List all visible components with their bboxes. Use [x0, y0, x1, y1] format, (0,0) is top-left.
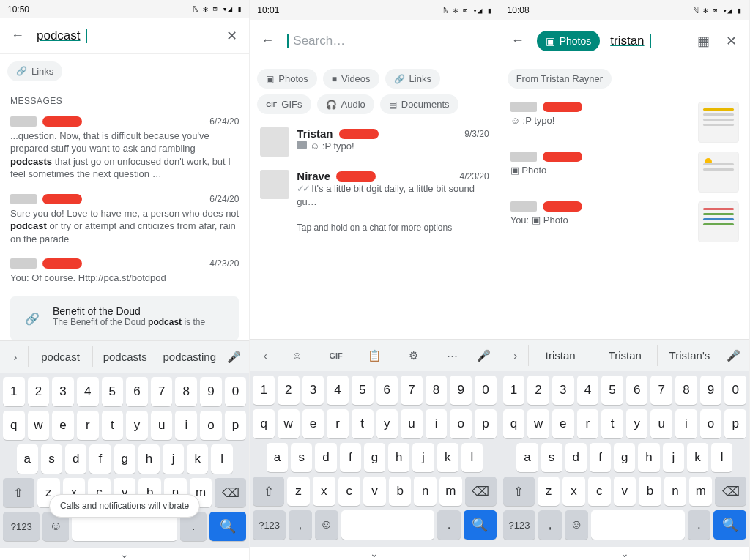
nav-handle[interactable]: ⌄	[250, 547, 499, 560]
key[interactable]: e	[302, 409, 324, 438]
key[interactable]: x	[562, 477, 585, 506]
key[interactable]: 8	[426, 376, 448, 405]
key[interactable]: z	[538, 477, 560, 506]
key[interactable]: x	[313, 477, 335, 506]
chip-audio[interactable]: 🎧Audio	[317, 94, 374, 114]
key[interactable]: d	[565, 443, 587, 472]
key[interactable]: 4	[577, 376, 599, 405]
shift-key[interactable]: ⇧	[253, 477, 284, 506]
key[interactable]: n	[414, 477, 437, 506]
key[interactable]: 3	[52, 377, 74, 406]
key[interactable]: l	[711, 443, 732, 472]
comma-key[interactable]: ,	[289, 510, 312, 540]
key[interactable]: y	[376, 409, 398, 438]
key[interactable]: m	[689, 477, 712, 506]
key[interactable]: z	[287, 477, 310, 506]
expand-icon[interactable]: ›	[503, 349, 528, 362]
key[interactable]: o	[200, 411, 222, 440]
emoji-key[interactable]: ☺	[315, 510, 338, 540]
key[interactable]: 6	[126, 377, 148, 406]
key[interactable]: 0	[225, 377, 247, 406]
search-input[interactable]: Search…	[286, 34, 490, 48]
key[interactable]: q	[503, 409, 525, 438]
key[interactable]: d	[315, 443, 336, 472]
chip-links[interactable]: 🔗Links	[385, 69, 440, 89]
key[interactable]: y	[626, 409, 648, 438]
clear-icon[interactable]: ✕	[223, 27, 240, 45]
key[interactable]: 8	[675, 376, 697, 405]
key[interactable]: 2	[28, 377, 50, 406]
photo-result[interactable]: You: ▣ Photo	[500, 195, 749, 245]
key[interactable]: t	[102, 411, 124, 440]
suggestion[interactable]: podcast	[28, 346, 92, 367]
message-result[interactable]: 6/24/20 Sure you do! Love to have me, a …	[0, 188, 249, 253]
key[interactable]: w	[278, 409, 300, 438]
key[interactable]: w	[28, 411, 50, 440]
symbols-key[interactable]: ?123	[3, 512, 40, 541]
chip-documents[interactable]: ▤Documents	[380, 94, 458, 114]
key[interactable]: r	[77, 411, 99, 440]
suggestion[interactable]: tristan	[528, 345, 593, 366]
chip-links[interactable]: 🔗Links	[7, 61, 62, 81]
key[interactable]: 7	[151, 377, 173, 406]
clipboard-icon[interactable]: 📋	[355, 349, 394, 362]
key[interactable]: b	[639, 477, 661, 506]
shift-key[interactable]: ⇧	[503, 477, 535, 506]
key[interactable]: 9	[200, 377, 222, 406]
key[interactable]: u	[650, 409, 672, 438]
key[interactable]: 8	[175, 377, 197, 406]
mic-icon[interactable]: 🎤	[721, 349, 746, 362]
key[interactable]: l	[211, 444, 232, 474]
key[interactable]: j	[163, 444, 184, 474]
key[interactable]: 7	[650, 376, 672, 405]
key[interactable]: e	[552, 409, 574, 438]
key[interactable]: f	[590, 443, 611, 472]
key[interactable]: 1	[3, 377, 25, 406]
key[interactable]: k	[437, 443, 458, 472]
search-key[interactable]: 🔍	[464, 510, 497, 540]
key[interactable]: h	[388, 443, 409, 472]
link-preview-card[interactable]: 🔗 Benefit of the Doud The Benefit of the…	[10, 296, 239, 340]
shift-key[interactable]: ⇧	[3, 478, 34, 507]
key[interactable]: c	[588, 477, 611, 506]
key[interactable]: g	[614, 443, 635, 472]
key[interactable]: i	[175, 411, 197, 440]
search-input[interactable]: tristan	[610, 34, 685, 48]
period-key[interactable]: .	[688, 510, 711, 540]
nav-handle[interactable]: ⌄	[500, 547, 749, 560]
key[interactable]: r	[577, 409, 599, 438]
key[interactable]: c	[338, 477, 361, 506]
key[interactable]: o	[450, 409, 472, 438]
key[interactable]: a	[267, 443, 288, 472]
key[interactable]: 0	[724, 376, 746, 405]
symbols-key[interactable]: ?123	[253, 510, 286, 540]
period-key[interactable]: .	[437, 510, 461, 540]
more-icon[interactable]: ⋯	[433, 349, 472, 362]
key[interactable]: n	[664, 477, 687, 506]
back-arrow-icon[interactable]: ←	[9, 27, 26, 45]
key[interactable]: q	[253, 409, 275, 438]
settings-icon[interactable]: ⚙	[394, 349, 433, 362]
key[interactable]: 5	[352, 376, 374, 405]
gif-icon[interactable]: GIF	[316, 351, 355, 360]
key[interactable]: 5	[102, 377, 124, 406]
comma-key[interactable]: ,	[538, 510, 562, 540]
key[interactable]: 9	[700, 376, 722, 405]
key[interactable]: f	[89, 444, 111, 474]
key[interactable]: 1	[503, 376, 525, 405]
key[interactable]: i	[675, 409, 697, 438]
symbols-key[interactable]: ?123	[503, 510, 536, 540]
key[interactable]: w	[527, 409, 549, 438]
sticker-icon[interactable]: ☺	[278, 349, 316, 362]
backspace-key[interactable]: ⌫	[215, 478, 246, 507]
key[interactable]: g	[364, 443, 385, 472]
space-key[interactable]	[591, 510, 684, 540]
key[interactable]: 4	[327, 376, 349, 405]
key[interactable]: 5	[601, 376, 623, 405]
key[interactable]: k	[687, 443, 708, 472]
key[interactable]: 9	[450, 376, 472, 405]
search-key[interactable]: 🔍	[209, 512, 246, 541]
key[interactable]: m	[439, 477, 462, 506]
chip-photos[interactable]: ▣Photos	[257, 69, 316, 89]
back-arrow-icon[interactable]: ←	[509, 32, 527, 50]
